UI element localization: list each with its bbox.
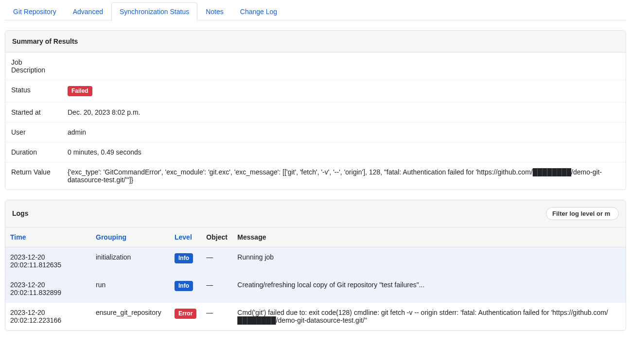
log-level-badge: Info: [175, 253, 193, 263]
summary-row-job: Job Description: [5, 52, 626, 80]
summary-label-return: Return Value: [11, 168, 68, 184]
summary-title: Summary of Results: [12, 37, 78, 45]
table-row: 2023-12-20 20:02:11.832899runInfo—Creati…: [5, 275, 626, 302]
log-time: 2023-12-20 20:02:11.832899: [5, 275, 91, 302]
log-time: 2023-12-20 20:02:11.812635: [5, 247, 91, 275]
summary-row-user: User admin: [5, 122, 626, 142]
log-level-badge: Error: [175, 309, 196, 319]
tab-notes[interactable]: Notes: [197, 2, 232, 21]
tab-change-log[interactable]: Change Log: [232, 2, 285, 21]
logs-panel-header: Logs: [5, 200, 626, 227]
log-grouping: ensure_git_repository: [91, 302, 170, 330]
log-time: 2023-12-20 20:02:12.223166: [5, 302, 91, 330]
col-header-object: Object: [201, 227, 232, 247]
tab-git-repository[interactable]: Git Repository: [5, 2, 65, 21]
logs-title: Logs: [12, 209, 28, 217]
filter-log-input[interactable]: [546, 207, 619, 220]
col-header-time[interactable]: Time: [5, 227, 91, 247]
summary-label-started: Started at: [11, 108, 68, 116]
summary-label-duration: Duration: [11, 148, 68, 156]
summary-label-description: Description: [11, 66, 620, 74]
summary-value-duration: 0 minutes, 0.49 seconds: [68, 148, 620, 156]
logs-table: Time Grouping Level Object Message 2023-…: [5, 227, 626, 330]
col-header-grouping[interactable]: Grouping: [91, 227, 170, 247]
tab-advanced[interactable]: Advanced: [65, 2, 111, 21]
log-message: Running job: [232, 247, 626, 275]
log-message: Cmd('git') failed due to: exit code(128)…: [232, 302, 626, 330]
tab-synchronization-status[interactable]: Synchronization Status: [111, 2, 197, 21]
table-row: 2023-12-20 20:02:12.223166ensure_git_rep…: [5, 302, 626, 330]
summary-label-user: User: [11, 128, 68, 136]
log-grouping: run: [91, 275, 170, 302]
summary-row-duration: Duration 0 minutes, 0.49 seconds: [5, 142, 626, 162]
summary-row-started: Started at Dec. 20, 2023 8:02 p.m.: [5, 103, 626, 122]
log-level: Info: [170, 247, 201, 275]
summary-panel: Summary of Results Job Description Statu…: [5, 30, 626, 190]
summary-panel-header: Summary of Results: [5, 31, 626, 52]
log-object: —: [201, 275, 232, 302]
tabs-nav: Git Repository Advanced Synchronization …: [5, 2, 626, 20]
summary-value-return: {'exc_type': 'GitCommandError', 'exc_mod…: [68, 168, 620, 184]
summary-label-job: Job: [11, 58, 620, 66]
log-level: Error: [170, 302, 201, 330]
col-header-message: Message: [232, 227, 626, 247]
status-badge: Failed: [68, 86, 92, 96]
summary-value-user: admin: [68, 128, 620, 136]
summary-row-return-value: Return Value {'exc_type': 'GitCommandErr…: [5, 162, 626, 190]
log-level-badge: Info: [175, 281, 193, 291]
log-object: —: [201, 302, 232, 330]
log-grouping: initialization: [91, 247, 170, 275]
col-header-level[interactable]: Level: [170, 227, 201, 247]
summary-label-status: Status: [11, 86, 68, 96]
summary-value-status: Failed: [68, 86, 620, 96]
table-row: 2023-12-20 20:02:11.812635initialization…: [5, 247, 626, 275]
log-level: Info: [170, 275, 201, 302]
summary-value-started: Dec. 20, 2023 8:02 p.m.: [68, 108, 620, 116]
logs-panel: Logs Time Grouping Level Object Message …: [5, 200, 626, 331]
log-message: Creating/refreshing local copy of Git re…: [232, 275, 626, 302]
summary-row-status: Status Failed: [5, 80, 626, 103]
log-object: —: [201, 247, 232, 275]
